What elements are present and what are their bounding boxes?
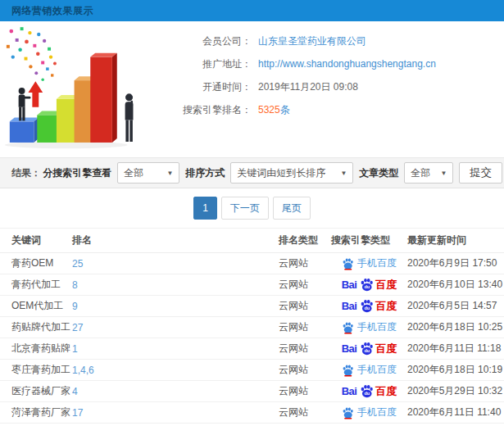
- keyword-cell: 医疗器械厂家: [0, 381, 72, 402]
- rank-link[interactable]: 9: [72, 301, 78, 312]
- mobile-baidu-badge: 手机百度: [342, 320, 397, 334]
- engine-filter-value: 全部: [124, 166, 143, 180]
- page-1-button[interactable]: 1: [193, 197, 217, 220]
- open-time-row: 开通时间： 2019年11月20日 09:08: [160, 75, 504, 98]
- rank-type-cell: 云网站: [279, 253, 331, 274]
- rank-type-cell: 云网站: [279, 402, 331, 424]
- baidu-pc-badge: Baidu百度: [342, 278, 397, 292]
- svg-text:du: du: [365, 391, 370, 396]
- rank-type-cell: 云网站: [279, 274, 331, 296]
- rank-link[interactable]: 1: [72, 343, 78, 355]
- member-company-row: 会员公司： 山东皇圣堂药业有限公司: [160, 29, 504, 52]
- baidu-paw-icon: [342, 321, 354, 334]
- submit-button[interactable]: 提交: [459, 162, 502, 184]
- open-time-label: 开通时间：: [160, 80, 252, 94]
- page-title: 网络营销效果展示: [11, 4, 93, 18]
- rank-type-cell: 云网站: [279, 296, 331, 317]
- rank-unit: 条: [280, 104, 290, 116]
- svg-text:du: du: [365, 284, 370, 289]
- engine-rank-label: 搜索引擎排名：: [160, 103, 252, 117]
- keyword-cell: 药贴牌代加工: [0, 317, 72, 338]
- rank-link[interactable]: 8: [72, 279, 78, 291]
- col-engine-type: 搜索引擎类型: [331, 229, 407, 253]
- bar-blue: [10, 117, 39, 143]
- table-row: 菏泽膏药厂家 17 云网站 手机百度 2020年6月11日 11:40: [0, 402, 504, 424]
- bar-growth-graphic: [0, 23, 157, 154]
- rank-type-cell: 云网站: [279, 360, 331, 381]
- sort-filter-label: 排序方式: [185, 166, 225, 180]
- table-row: 医疗器械厂家 4 云网站 Baidu百度 2020年5月29日 10:32: [0, 381, 504, 402]
- mobile-baidu-badge: 手机百度: [342, 406, 397, 419]
- results-table: 关键词 排名 排名类型 搜索引擎类型 最新更新时间 膏药OEM 25 云网站 手…: [0, 228, 504, 424]
- confetti-dots: [7, 27, 57, 81]
- baidu-paw-icon: [342, 257, 354, 270]
- filter-controls: 分搜索引擎查看 全部 ▼ 排序方式 关键词由短到长排序 ▼ 文章类型 全部 ▼ …: [43, 162, 502, 184]
- member-company-link[interactable]: 山东皇圣堂药业有限公司: [258, 34, 366, 48]
- updated-cell: 2020年5月29日 10:32: [407, 381, 504, 402]
- engine-rank-value: 5325条: [258, 103, 290, 117]
- chevron-down-icon: ▼: [440, 170, 447, 177]
- sort-filter-value: 关键词由短到长排序: [237, 166, 325, 180]
- updated-cell: 2020年6月9日 17:50: [407, 253, 504, 274]
- table-header-row: 关键词 排名 排名类型 搜索引擎类型 最新更新时间: [0, 229, 504, 253]
- member-company-label: 会员公司：: [160, 34, 252, 48]
- updated-cell: 2020年6月18日 10:19: [407, 360, 504, 381]
- rank-link[interactable]: 27: [72, 322, 83, 333]
- baidu-paw-icon: [342, 364, 354, 377]
- rank-link[interactable]: 25: [72, 258, 83, 270]
- table-row: 枣庄膏药加工 1,4,6 云网站 手机百度 2020年6月18日 10:19: [0, 360, 504, 381]
- engine-filter-select[interactable]: 全部 ▼: [117, 162, 179, 184]
- article-type-select[interactable]: 全部 ▼: [404, 162, 453, 184]
- col-keyword: 关键词: [0, 229, 72, 253]
- updated-cell: 2020年6月11日 11:18: [407, 338, 504, 360]
- baidu-pc-badge: Baidu百度: [342, 342, 397, 356]
- chevron-down-icon: ▼: [166, 170, 173, 177]
- rank-link[interactable]: 4: [72, 386, 78, 397]
- article-type-label: 文章类型: [359, 166, 398, 180]
- keyword-cell: 膏药OEM: [0, 253, 72, 274]
- promo-url-row: 推广地址： http://www.shandonghuangshengtang.…: [160, 52, 504, 75]
- svg-text:du: du: [365, 306, 370, 310]
- col-updated: 最新更新时间: [407, 229, 504, 253]
- rank-type-cell: 云网站: [279, 381, 331, 402]
- sort-filter-select[interactable]: 关键词由短到长排序 ▼: [230, 162, 353, 184]
- table-row: 药贴牌代加工 27 云网站 手机百度 2020年6月18日 10:25: [0, 317, 504, 338]
- updated-cell: 2020年6月10日 13:40: [407, 274, 504, 296]
- last-page-button[interactable]: 尾页: [273, 197, 311, 220]
- baidu-paw-icon: [342, 406, 354, 419]
- table-row: OEM代加工 9 云网站 Baidu百度 2020年6月5日 14:57: [0, 296, 504, 317]
- up-arrow-icon: [28, 81, 43, 107]
- bar-red: [90, 53, 116, 143]
- baidu-paw-icon: du: [360, 384, 374, 398]
- baidu-paw-icon: du: [360, 278, 374, 292]
- pagination: 1 下一页 尾页: [0, 188, 504, 228]
- mobile-baidu-badge: 手机百度: [342, 363, 397, 377]
- promo-url-link[interactable]: http://www.shandonghuangshengtang.cn: [258, 58, 436, 70]
- updated-cell: 2020年6月5日 14:57: [407, 296, 504, 317]
- keyword-cell: 菏泽膏药厂家: [0, 402, 72, 424]
- open-time-value: 2019年11月20日 09:08: [258, 80, 358, 94]
- rank-count: 5325: [258, 104, 280, 116]
- col-rank-type: 排名类型: [279, 229, 331, 253]
- account-info-panel: 会员公司： 山东皇圣堂药业有限公司 推广地址： http://www.shand…: [0, 21, 504, 157]
- app-header: 网络营销效果展示: [0, 0, 504, 21]
- keyword-cell: OEM代加工: [0, 296, 72, 317]
- engine-filter-label: 分搜索引擎查看: [43, 166, 111, 180]
- keyword-cell: 枣庄膏药加工: [0, 360, 72, 381]
- keyword-cell: 北京膏药贴牌: [0, 338, 72, 360]
- article-type-value: 全部: [411, 166, 430, 180]
- updated-cell: 2020年6月18日 10:25: [407, 317, 504, 338]
- updated-cell: 2020年6月11日 11:40: [407, 402, 504, 424]
- baidu-pc-badge: Baidu百度: [342, 299, 397, 314]
- mobile-baidu-badge: 手机百度: [342, 256, 397, 270]
- table-row: 北京膏药贴牌 1 云网站 Baidu百度 2020年6月11日 11:18: [0, 338, 504, 360]
- table-row: 膏药代加工 8 云网站 Baidu百度 2020年6月10日 13:40: [0, 274, 504, 296]
- rank-link[interactable]: 17: [72, 407, 83, 419]
- baidu-pc-badge: Baidu百度: [342, 384, 397, 399]
- rank-link[interactable]: 1,4,6: [72, 365, 94, 376]
- next-page-button[interactable]: 下一页: [221, 197, 269, 220]
- col-rank: 排名: [72, 229, 279, 253]
- svg-text:du: du: [365, 348, 370, 353]
- chevron-down-icon: ▼: [340, 170, 347, 177]
- engine-rank-row: 搜索引擎排名： 5325条: [160, 98, 504, 121]
